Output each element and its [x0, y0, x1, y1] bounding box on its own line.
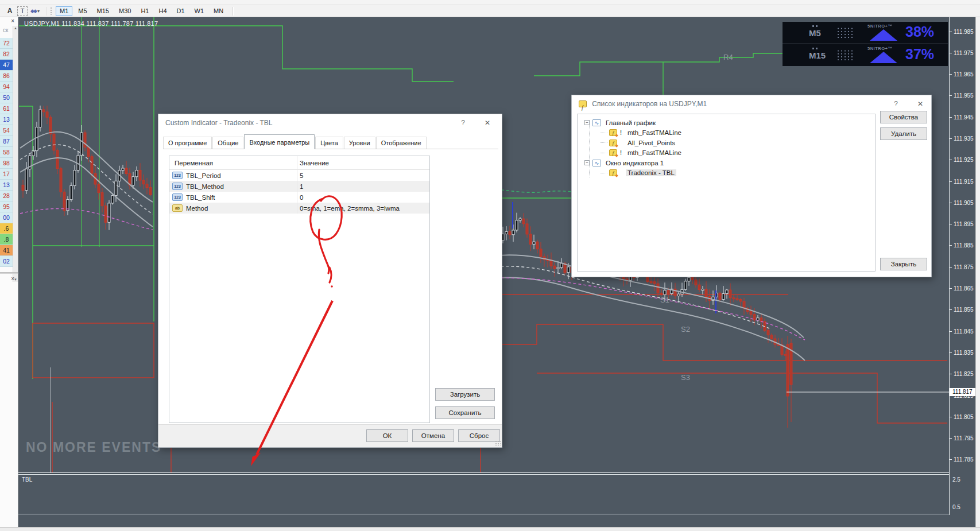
- collapse-toggle-icon[interactable]: [584, 120, 590, 125]
- market-watch-row[interactable]: 87: [0, 136, 13, 147]
- parameter-value[interactable]: 0=sma, 1=ema, 2=smma, 3=lwma: [297, 205, 400, 212]
- parameter-value[interactable]: 1: [297, 183, 303, 190]
- shapes-icon: ◆◆: [30, 8, 36, 14]
- chart-window-icon: [592, 160, 601, 166]
- close-button[interactable]: Закрыть: [880, 258, 927, 270]
- ok-button[interactable]: ОК: [366, 429, 408, 442]
- market-watch-row[interactable]: 72: [0, 38, 13, 49]
- close-icon[interactable]: ×: [11, 18, 14, 25]
- market-watch-row[interactable]: .6: [0, 223, 13, 234]
- market-watch-row[interactable]: 13: [0, 114, 13, 125]
- price-tick: 111.885: [950, 242, 976, 249]
- dialog-tab[interactable]: О программе: [163, 137, 212, 149]
- market-watch-row[interactable]: 98: [0, 158, 13, 169]
- tick-dash: [950, 374, 952, 374]
- arrange-tool-button[interactable]: ◆◆ ▾: [30, 6, 40, 16]
- scroll-up-icon[interactable]: ▲: [14, 26, 17, 30]
- dialog-tab[interactable]: Общие: [212, 137, 243, 149]
- market-watch-row[interactable]: 50: [0, 92, 13, 103]
- parameter-value[interactable]: 5: [297, 172, 303, 179]
- dialog-tab[interactable]: Отображение: [376, 137, 427, 149]
- cancel-button[interactable]: Отмена: [412, 429, 454, 442]
- dialog-tab[interactable]: Входные параметры: [244, 134, 315, 149]
- close-icon[interactable]: ✕: [917, 95, 923, 113]
- market-watch-row[interactable]: 61: [0, 103, 13, 114]
- timeframe-button[interactable]: M5: [74, 6, 91, 16]
- dialog-tab[interactable]: Уровни: [344, 137, 375, 149]
- tree-item-label[interactable]: mth_FastTMALine: [626, 129, 683, 136]
- timeframe-button[interactable]: M15: [93, 6, 113, 16]
- vertical-scrollbar[interactable]: [975, 17, 980, 527]
- help-icon[interactable]: ?: [894, 95, 898, 113]
- help-icon[interactable]: ?: [461, 114, 465, 131]
- text-label-tool-button[interactable]: A: [5, 6, 15, 16]
- save-button[interactable]: Сохранить: [435, 406, 495, 419]
- close-icon[interactable]: ✕: [485, 114, 490, 131]
- market-watch-row[interactable]: 00: [0, 212, 13, 223]
- price-tick: 111.895: [950, 221, 976, 228]
- tick-dash: [950, 117, 952, 118]
- tree-item-label[interactable]: mth_FastTMALine: [626, 149, 683, 156]
- chart-symbol-title: USDJPY,M1 111.834 111.837 111.787 111.81…: [24, 20, 158, 27]
- close-icon[interactable]: ×: [11, 276, 14, 282]
- resize-grip[interactable]: [495, 440, 501, 446]
- indicator-function-icon: [609, 139, 617, 146]
- tree-item[interactable]: Tradeonix - TBL: [578, 168, 875, 179]
- collapse-toggle-icon[interactable]: [584, 160, 590, 165]
- tree-item-label[interactable]: Главный график: [604, 119, 657, 126]
- load-button[interactable]: Загрузить: [435, 388, 495, 401]
- timeframe-button[interactable]: MN: [210, 6, 227, 16]
- tree-item[interactable]: Главный график: [578, 118, 875, 128]
- market-watch-row[interactable]: 17: [0, 169, 13, 180]
- tick-dash: [950, 267, 952, 268]
- dialog-tab[interactable]: Цвета: [315, 137, 343, 149]
- market-watch-row[interactable]: 95: [0, 201, 13, 212]
- parameter-row[interactable]: 123 TBL_Shift 0: [169, 192, 429, 203]
- dialog-titlebar[interactable]: Список индикаторов на USDJPY,M1 ? ✕: [572, 95, 931, 113]
- triangle-up-icon: [870, 29, 897, 41]
- tree-item[interactable]: ! mth_FastTMALine: [578, 128, 875, 138]
- parameter-value[interactable]: 0: [297, 194, 303, 201]
- timeframe-button[interactable]: M1: [56, 6, 72, 16]
- timeframe-button[interactable]: W1: [191, 6, 208, 16]
- nitro-percent-value: 37%: [905, 46, 934, 63]
- market-watch-row[interactable]: 94: [0, 82, 13, 92]
- market-watch-row[interactable]: 41: [0, 245, 13, 256]
- parameter-type-icon: 123: [172, 183, 183, 190]
- delete-button[interactable]: Удалить: [880, 127, 927, 140]
- market-watch-scrollbar[interactable]: ▲ ▼: [13, 26, 18, 282]
- parameter-row[interactable]: 123 TBL_Method 1: [169, 181, 429, 192]
- text-tool-button[interactable]: T: [17, 6, 28, 16]
- timeframe-button[interactable]: M30: [115, 6, 135, 16]
- market-watch-row[interactable]: .8: [0, 234, 13, 245]
- tree-item[interactable]: All_Pivot_Points: [578, 138, 875, 148]
- tree-item[interactable]: ! mth_FastTMALine: [578, 148, 875, 158]
- parameter-row[interactable]: 123 TBL_Period 5: [169, 170, 429, 181]
- reset-button[interactable]: Сброс: [458, 429, 500, 442]
- market-watch-row[interactable]: 82: [0, 49, 13, 60]
- chart-window-icon: [592, 119, 601, 126]
- toolbar-drag-handle[interactable]: [50, 7, 52, 15]
- tree-item[interactable]: Окно индикатора 1: [578, 158, 875, 168]
- dialog-titlebar[interactable]: Custom Indicator - Tradeonix - TBL ? ✕: [158, 114, 502, 131]
- market-watch-row[interactable]: 58: [0, 147, 13, 158]
- parameter-row[interactable]: ab Method 0=sma, 1=ema, 2=smma, 3=lwma: [169, 203, 429, 214]
- timeframe-button[interactable]: D1: [173, 6, 189, 16]
- tree-item-label[interactable]: Tradeonix - TBL: [626, 169, 676, 176]
- market-watch-panel: × ск ▲ ▼ 72 82 47 86 94 50 61 13 54 87 5…: [0, 17, 18, 527]
- market-watch-row[interactable]: 02: [0, 256, 13, 267]
- market-watch-row[interactable]: 47: [0, 60, 13, 71]
- tick-dash: [950, 309, 952, 310]
- tree-item-label[interactable]: All_Pivot_Points: [626, 139, 677, 146]
- market-watch-row[interactable]: 13: [0, 180, 13, 191]
- market-watch-row[interactable]: 28: [0, 191, 13, 201]
- timeframe-button[interactable]: H1: [137, 6, 153, 16]
- chevron-down-icon: ▾: [37, 9, 40, 14]
- grid-dots-icon: [836, 27, 855, 39]
- tree-item-label[interactable]: Окно индикатора 1: [604, 160, 665, 166]
- timeframe-button[interactable]: H4: [154, 6, 171, 16]
- market-watch-row[interactable]: 54: [0, 125, 13, 136]
- market-watch-row[interactable]: 86: [0, 71, 13, 82]
- properties-button[interactable]: Свойства: [880, 111, 927, 123]
- subwindow-separator[interactable]: [18, 472, 949, 475]
